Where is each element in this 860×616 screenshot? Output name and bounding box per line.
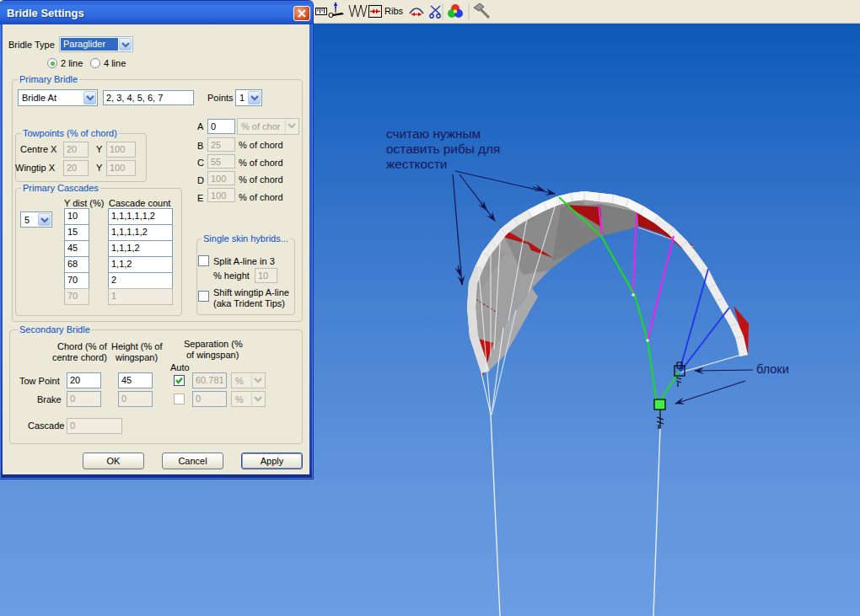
svg-text:жесткости: жесткости: [386, 157, 447, 171]
svg-text:считаю нужным: считаю нужным: [386, 126, 481, 141]
svg-text:блоки: блоки: [756, 362, 789, 376]
svg-text:оставить рибы для: оставить рибы для: [386, 142, 500, 156]
